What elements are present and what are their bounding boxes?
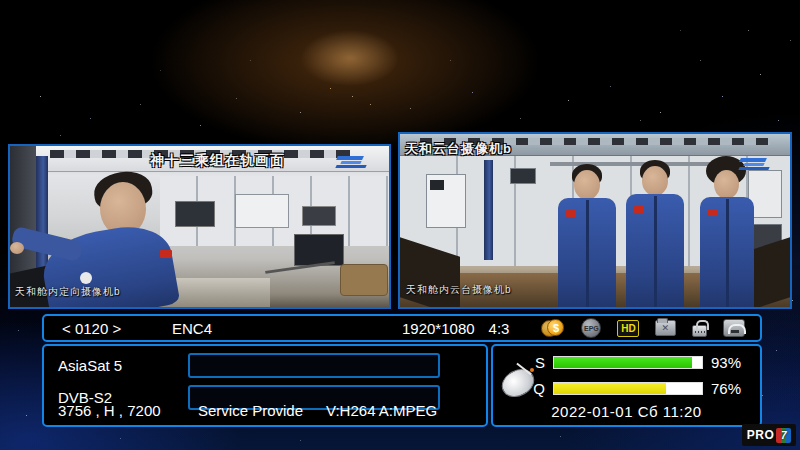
coin-front: $: [547, 319, 564, 336]
station-interior-right: 天和云台摄像机b 天和舱内云台摄像机b: [400, 134, 790, 307]
left-video-feed: 神十三乘组在轨画面 天和舱内定向摄像机b: [8, 144, 391, 309]
monitor-screen: [294, 234, 344, 266]
codec-info: V:H264 A:MPEG: [326, 402, 437, 419]
radio-icon: [723, 319, 745, 337]
satellite-row: AsiaSat 5: [44, 353, 486, 378]
astronaut-face: [714, 170, 739, 199]
aspect-ratio-value: 4:3: [489, 320, 510, 337]
signal-quality-fill: [554, 383, 666, 394]
cms-watermark-icon: [738, 156, 778, 172]
suit-zipper: [654, 196, 657, 308]
white-locker: [235, 194, 289, 228]
channel-selector[interactable]: < 0120 >: [62, 320, 172, 337]
pro-logo-badge: 7: [776, 428, 791, 443]
equipment-box: [175, 201, 215, 227]
satellite-value-box: [188, 353, 440, 378]
lock-icon: [692, 325, 707, 337]
mission-patch: [80, 272, 92, 284]
pro-logo: PRO 7: [742, 424, 796, 446]
signal-strength-row: S 93%: [529, 354, 741, 371]
signal-panel: S 93% Q 76% 2022-01-01 Сб 11:20: [491, 344, 762, 427]
signal-strength-meter: [553, 356, 703, 369]
right-feed-camera-label: 天和舱内云台摄像机b: [406, 283, 512, 297]
epg-icon: EPG: [581, 318, 601, 338]
cms-watermark-icon: [335, 154, 375, 170]
tuner-info-panel: AsiaSat 5 DVB-S2 3756 , H , 7200 Service…: [42, 344, 488, 427]
flag-patch: [566, 210, 576, 217]
suit-zipper: [726, 199, 729, 308]
transponder-value: 3756 , H , 7200: [58, 402, 198, 419]
flag-patch: [708, 209, 718, 216]
astronaut-hand: [10, 242, 24, 254]
receiver-screen: 神十三乘组在轨画面 天和舱内定向摄像机b: [0, 0, 800, 450]
equipment-box: [430, 180, 444, 190]
suit-zipper: [586, 200, 589, 308]
datetime-display: 2022-01-01 Сб 11:20: [493, 403, 760, 420]
pay-tv-coins-icon: $: [541, 319, 565, 337]
astronaut-face: [642, 166, 668, 196]
astronaut-face: [574, 170, 600, 200]
signal-quality-meter: [553, 382, 703, 395]
stars: [0, 0, 1, 1]
equipment-box: [302, 206, 336, 226]
pro-logo-text: PRO: [747, 428, 775, 442]
signal-quality-row: Q 76%: [529, 380, 741, 397]
cargo-bag: [340, 264, 388, 296]
left-feed-camera-label: 天和舱内定向摄像机b: [15, 285, 121, 299]
service-provider-label: Service Provide: [198, 402, 326, 419]
signal-strength-fill: [554, 357, 692, 368]
channel-info-bar: < 0120 > ENC4 1920*1080 4:3 $ EPG HD: [42, 314, 762, 342]
quality-label: Q: [529, 380, 545, 397]
flag-patch: [160, 250, 172, 258]
station-interior-left: 神十三乘组在轨画面 天和舱内定向摄像机b: [10, 146, 389, 307]
left-feed-caption: 神十三乘组在轨画面: [150, 152, 285, 170]
right-video-feed: 天和云台摄像机b 天和舱内云台摄像机b: [398, 132, 792, 309]
right-feed-caption: 天和云台摄像机b: [405, 140, 512, 158]
status-icons: $ EPG HD: [541, 318, 745, 338]
channel-name: ENC4: [172, 320, 337, 337]
flag-patch: [634, 206, 644, 213]
teletext-folder-icon: [655, 320, 676, 336]
signal-percent: 93%: [711, 354, 741, 371]
transponder-row: 3756 , H , 7200 Service Provide V:H264 A…: [44, 402, 486, 419]
hd-icon: HD: [617, 320, 639, 337]
signal-label: S: [529, 354, 545, 371]
equipment-box: [510, 168, 536, 184]
resolution-value: 1920*1080: [402, 320, 475, 337]
quality-percent: 76%: [711, 380, 741, 397]
satellite-name: AsiaSat 5: [58, 357, 188, 374]
blue-handrail: [484, 160, 493, 260]
